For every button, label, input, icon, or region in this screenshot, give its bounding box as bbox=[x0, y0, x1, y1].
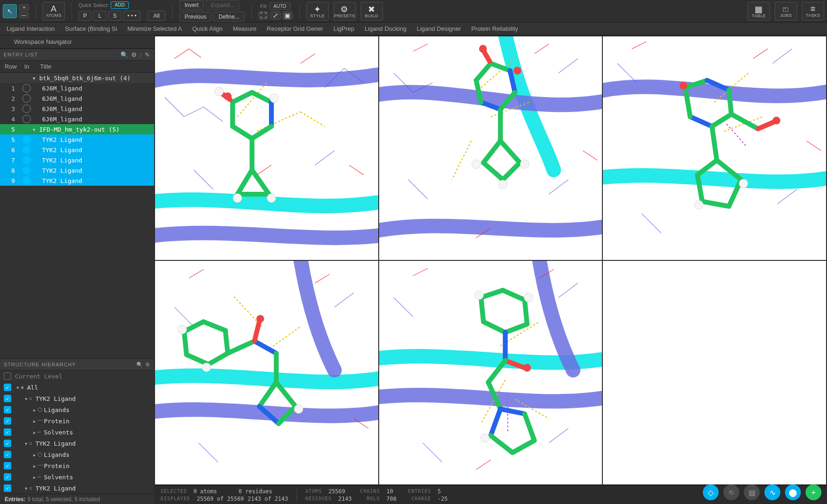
entry-row-selected[interactable]: 5TYK2 Ligand bbox=[0, 134, 154, 145]
entry-group[interactable]: ▾ btk_5bq0_btk_6j6m-out (4) bbox=[0, 73, 154, 83]
checkbox[interactable]: ✓ bbox=[4, 451, 11, 458]
entry-row-selected[interactable]: 6TYK2 Ligand bbox=[0, 145, 154, 155]
style-button[interactable]: ✦STYLE bbox=[306, 2, 329, 21]
entry-row[interactable]: 26J6M_ligand bbox=[0, 93, 154, 104]
checkbox[interactable]: ✓ bbox=[4, 440, 11, 447]
fab-interactions[interactable]: ⎋ bbox=[723, 484, 739, 500]
sh-group-row[interactable]: ✓▾▫TYK2 Ligand bbox=[0, 483, 154, 494]
menu-minimize[interactable]: Minimize Selected A bbox=[127, 25, 182, 32]
atoms-mode-button[interactable]: A ATOMS bbox=[42, 2, 65, 21]
expand-button[interactable]: Expand... bbox=[205, 0, 240, 10]
presets-button[interactable]: ⚙PRESETS bbox=[333, 2, 356, 21]
checkbox[interactable]: ✓ bbox=[4, 384, 11, 391]
sh-child-row[interactable]: ✓▸⬡Ligands bbox=[0, 449, 154, 460]
menu-surface[interactable]: Surface (Binding Si bbox=[65, 25, 117, 32]
marquee-sub-button[interactable]: — bbox=[19, 12, 29, 18]
chevron-down-icon[interactable]: ▾ bbox=[23, 440, 29, 447]
current-level-checkbox[interactable] bbox=[4, 372, 11, 380]
fab-measure[interactable]: ▤ bbox=[744, 484, 760, 500]
qs-s-button[interactable]: S bbox=[108, 11, 121, 21]
include-toggle[interactable] bbox=[22, 84, 31, 92]
sh-child-row[interactable]: ✓▸⋯Solvents bbox=[0, 471, 154, 483]
menu-quick-align[interactable]: Quick Align bbox=[192, 25, 223, 32]
marquee-add-button[interactable]: ＋ bbox=[19, 4, 29, 11]
qs-l-button[interactable]: L bbox=[93, 11, 106, 21]
qs-p-button[interactable]: P bbox=[78, 11, 92, 21]
include-toggle[interactable] bbox=[22, 176, 31, 185]
fit-mode[interactable]: AUTO bbox=[269, 2, 291, 10]
qs-more-button[interactable]: • • • bbox=[123, 11, 141, 21]
chevron-down-icon[interactable]: ▾ bbox=[31, 126, 37, 133]
sh-child-row[interactable]: ✓▸⬡Ligands bbox=[0, 404, 154, 415]
chevron-down-icon[interactable]: ▾ bbox=[15, 384, 21, 391]
checkbox[interactable]: ✓ bbox=[4, 484, 11, 492]
include-toggle[interactable] bbox=[22, 105, 31, 113]
include-toggle[interactable] bbox=[22, 146, 31, 154]
menu-receptor-grid[interactable]: Receptor Grid Gener bbox=[267, 25, 323, 32]
gear-icon[interactable]: ⚙ bbox=[131, 51, 137, 58]
checkbox[interactable]: ✓ bbox=[4, 417, 11, 425]
entry-row-selected[interactable]: 8TYK2 Ligand bbox=[0, 165, 154, 175]
menu-protein-reliability[interactable]: Protein Reliability bbox=[471, 25, 518, 32]
sh-child-row[interactable]: ✓▸〰Protein bbox=[0, 460, 154, 471]
gear-icon[interactable]: ⚙ bbox=[145, 362, 150, 367]
chevron-down-icon[interactable]: ▾ bbox=[23, 395, 29, 402]
checkbox[interactable]: ✓ bbox=[4, 406, 11, 413]
fit-ligand-icon[interactable]: ⤢ bbox=[270, 11, 281, 20]
fit-selection-icon[interactable]: ▣ bbox=[283, 11, 293, 20]
entry-row-selected[interactable]: 9TYK2 Ligand bbox=[0, 175, 154, 186]
entry-row[interactable]: 46J6M_ligand bbox=[0, 114, 154, 124]
pen-icon[interactable]: ✎ bbox=[145, 51, 150, 58]
entry-row[interactable]: 36J6M_ligand bbox=[0, 104, 154, 114]
viewport-tile[interactable] bbox=[603, 36, 826, 260]
table-button[interactable]: ▦TABLE bbox=[748, 2, 770, 21]
menu-ligprep[interactable]: LigPrep bbox=[333, 25, 354, 32]
viewport-tile[interactable] bbox=[379, 36, 602, 260]
quick-select-mode[interactable]: ADD bbox=[111, 1, 129, 9]
menu-ligand-designer[interactable]: Ligand Designer bbox=[417, 25, 461, 32]
jobs-button[interactable]: ⏍JOBS bbox=[775, 2, 797, 21]
sh-child-row[interactable]: ✓▸⋯Solvents bbox=[0, 427, 154, 438]
chevron-right-icon[interactable]: ▸ bbox=[32, 451, 37, 458]
build-button[interactable]: ✖BUILD bbox=[360, 2, 383, 21]
fab-add[interactable]: ＋ bbox=[806, 484, 821, 500]
include-toggle[interactable] bbox=[22, 135, 31, 144]
sh-group-row[interactable]: ✓▾▫TYK2 Ligand bbox=[0, 393, 154, 404]
checkbox[interactable]: ✓ bbox=[4, 395, 11, 402]
search-icon[interactable]: 🔍 bbox=[136, 362, 143, 367]
chevron-right-icon[interactable]: ▸ bbox=[32, 418, 37, 425]
menu-measure[interactable]: Measure bbox=[233, 25, 257, 32]
chevron-right-icon[interactable]: ▸ bbox=[32, 462, 37, 469]
invert-button[interactable]: Invert bbox=[179, 0, 204, 10]
menu-ligand-interaction[interactable]: Ligand Interaction bbox=[7, 25, 55, 32]
fab-atoms[interactable]: ⬤ bbox=[785, 484, 801, 500]
fab-ribbon[interactable]: ∿ bbox=[764, 484, 780, 500]
sh-child-row[interactable]: ✓▸〰Protein bbox=[0, 415, 154, 427]
tasks-button[interactable]: ≡TASKS bbox=[802, 2, 824, 21]
viewport-tile-empty[interactable] bbox=[603, 261, 826, 484]
chevron-down-icon[interactable]: ▾ bbox=[23, 485, 29, 492]
checkbox[interactable]: ✓ bbox=[4, 462, 11, 469]
previous-button[interactable]: Previous bbox=[179, 12, 212, 22]
include-toggle[interactable] bbox=[22, 115, 31, 123]
chevron-right-icon[interactable]: ▸ bbox=[32, 429, 37, 436]
include-toggle[interactable] bbox=[22, 156, 31, 164]
fit-all-icon[interactable]: ⛶ bbox=[258, 11, 269, 20]
chevron-right-icon[interactable]: ▸ bbox=[32, 474, 37, 481]
entry-row-selected[interactable]: 7TYK2 Ligand bbox=[0, 155, 154, 165]
qs-all-button[interactable]: All bbox=[147, 11, 166, 21]
sh-all-row[interactable]: ✓ ▾ ✱ All bbox=[0, 382, 154, 393]
include-toggle[interactable] bbox=[22, 166, 31, 175]
define-button[interactable]: Define... bbox=[213, 12, 245, 22]
viewport-tile[interactable] bbox=[155, 36, 378, 260]
entry-row[interactable]: 16J6M_ligand bbox=[0, 83, 154, 93]
sh-group-row[interactable]: ✓▾▫TYK2 Ligand bbox=[0, 438, 154, 449]
include-toggle[interactable] bbox=[22, 94, 31, 103]
viewport-tile[interactable] bbox=[379, 261, 602, 484]
cursor-tool-button[interactable]: ↖ bbox=[3, 4, 17, 18]
entry-group-selected[interactable]: 5 ▾ IFD-MD_hm_tyk2-out (5) bbox=[0, 124, 154, 134]
search-icon[interactable]: 🔍 bbox=[120, 51, 128, 58]
viewport-tile[interactable] bbox=[155, 261, 378, 484]
chevron-right-icon[interactable]: ▸ bbox=[32, 406, 37, 413]
menu-ligand-docking[interactable]: Ligand Docking bbox=[365, 25, 407, 32]
